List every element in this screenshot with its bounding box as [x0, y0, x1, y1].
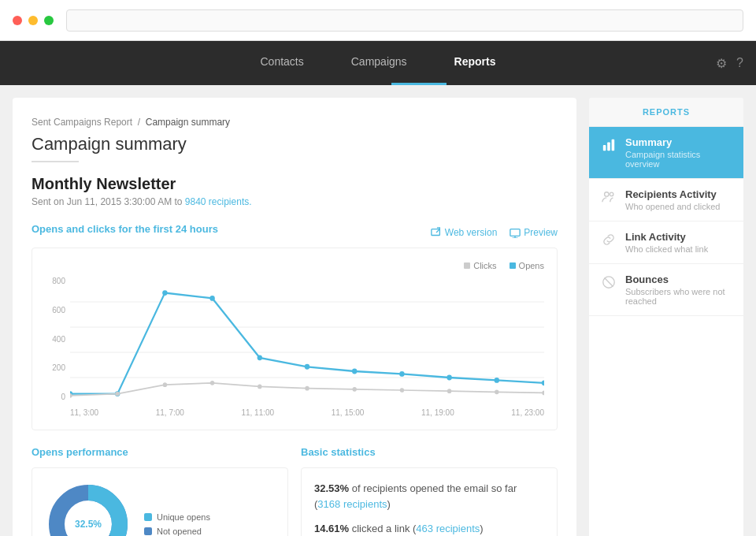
nav-contacts[interactable]: Contacts	[261, 55, 304, 71]
traffic-light-green[interactable]	[44, 16, 54, 25]
link-activity-item-desc: Who clicked what link	[625, 244, 731, 254]
basic-statistics-section: Basic statistics 32.53% of recipients op…	[301, 446, 558, 536]
svg-point-11	[162, 290, 167, 296]
sidebar-header: REPORTS	[589, 98, 743, 127]
svg-point-27	[400, 388, 404, 393]
x-label-3: 11, 11:00	[241, 408, 274, 417]
main-layout: Sent Campaigns Report / Campaign summary…	[0, 85, 756, 536]
breadcrumb: Sent Campaigns Report / Campaign summary	[32, 117, 558, 128]
chart-title: Opens and clicks for the first 24 hours	[32, 223, 218, 235]
summary-item-text: Summary Campaign statistics overview	[625, 136, 731, 169]
basic-statistics-title: Basic statistics	[301, 446, 558, 458]
svg-point-29	[495, 389, 498, 394]
svg-point-13	[258, 355, 262, 360]
stat-link-0[interactable]: 3168 recipients	[317, 498, 387, 510]
nav-campaigns[interactable]: Campaigns	[351, 55, 407, 71]
svg-point-18	[495, 378, 499, 383]
chart-header: Opens and clicks for the first 24 hours …	[32, 223, 558, 241]
svg-rect-35	[603, 145, 606, 151]
title-bar	[0, 0, 756, 41]
sidebar-item-recipients-activity[interactable]: Recipients Activity Who opened and click…	[589, 179, 743, 221]
svg-rect-36	[607, 142, 610, 151]
sidebar-item-link-activity[interactable]: Link Activity Who clicked what link	[589, 221, 743, 264]
breadcrumb-current: Campaign summary	[146, 117, 230, 128]
donut-chart-svg: 32.5%	[45, 481, 132, 536]
address-bar[interactable]	[66, 9, 743, 32]
stat-link-1[interactable]: 463 recipients	[416, 523, 480, 534]
nav-links: Contacts Campaigns Reports	[261, 55, 496, 71]
donut-legend: Unique opens Not opened	[144, 512, 210, 536]
svg-point-23	[210, 381, 214, 385]
nav-active-underline	[391, 83, 447, 85]
chart-svg	[70, 277, 544, 403]
bounces-item-text: Bounces Subscribers who were not reached	[625, 274, 731, 306]
recipients-item-desc: Who opened and clicked	[625, 202, 731, 211]
link-icon	[602, 233, 616, 251]
settings-icon[interactable]: ⚙	[716, 56, 727, 71]
traffic-light-red[interactable]	[13, 16, 22, 25]
sidebar: REPORTS Summary Campaign statistics over…	[589, 98, 743, 536]
sidebar-item-bounces[interactable]: Bounces Subscribers who were not reached	[589, 264, 743, 316]
svg-point-12	[209, 296, 214, 301]
svg-point-25	[305, 386, 309, 391]
y-label-0: 0	[45, 393, 65, 401]
people-icon	[602, 190, 616, 208]
content-area: Sent Campaigns Report / Campaign summary…	[13, 98, 576, 536]
stats-box: 32.53% of recipients opened the email so…	[301, 467, 558, 536]
nav-bar: Contacts Campaigns Reports ⚙ ?	[0, 41, 756, 85]
chart-legend: Clicks Opens	[45, 261, 544, 270]
help-icon[interactable]: ?	[736, 56, 743, 70]
y-label-400: 400	[45, 335, 65, 344]
legend-not-opened: Not opened	[144, 527, 210, 536]
campaign-name: Monthly Newsletter	[32, 175, 558, 193]
traffic-light-yellow[interactable]	[28, 16, 38, 25]
svg-text:32.5%: 32.5%	[75, 519, 102, 530]
campaign-meta: Sent on Jun 11, 2015 3:30:00 AM to 9840 …	[32, 196, 558, 207]
ban-icon	[602, 275, 616, 293]
svg-point-14	[305, 364, 309, 370]
svg-point-22	[163, 382, 167, 387]
legend-clicks: Clicks	[464, 261, 496, 270]
x-label-4: 11, 15:00	[332, 408, 365, 417]
nav-reports[interactable]: Reports	[454, 55, 496, 71]
legend-opens: Opens	[510, 261, 544, 270]
link-activity-item-title: Link Activity	[625, 231, 731, 243]
preview-link[interactable]: Preview	[510, 227, 558, 238]
web-version-link[interactable]: Web version	[431, 227, 497, 238]
recipients-item-title: Recipients Activity	[625, 188, 731, 200]
y-label-800: 800	[45, 277, 65, 285]
chart-actions: Web version Preview	[431, 227, 558, 238]
x-label-5: 11, 19:00	[421, 408, 454, 417]
recipients-link[interactable]: 9840 recipients.	[185, 196, 252, 207]
svg-point-26	[353, 387, 357, 392]
link-activity-item-text: Link Activity Who clicked what link	[625, 231, 731, 254]
x-label-2: 11, 7:00	[156, 408, 184, 417]
y-label-600: 600	[45, 306, 65, 315]
breadcrumb-parent[interactable]: Sent Campaigns Report	[32, 117, 132, 128]
svg-point-30	[542, 391, 544, 396]
bounces-item-title: Bounces	[625, 274, 731, 285]
svg-point-19	[542, 380, 544, 385]
opens-performance-section: Opens performance 32.5%	[32, 446, 288, 536]
chart-container: Clicks Opens 0 200 400 600 800	[32, 248, 558, 430]
y-label-200: 200	[45, 363, 65, 372]
donut-container: 32.5% Unique opens Not opened	[45, 481, 275, 536]
svg-point-16	[399, 371, 404, 377]
bottom-sections: Opens performance 32.5%	[32, 446, 558, 536]
svg-point-38	[605, 192, 609, 196]
stat-row-1: 14.61% clicked a link (463 recipients)	[314, 521, 544, 536]
nav-icons: ⚙ ?	[716, 56, 743, 71]
stat-row-0: 32.53% of recipients opened the email so…	[314, 481, 544, 512]
donut-chart-box: 32.5% Unique opens Not opened	[32, 467, 288, 536]
svg-point-15	[352, 369, 357, 374]
summary-item-desc: Campaign statistics overview	[625, 150, 731, 169]
x-label-6: 11, 23:00	[511, 408, 544, 417]
sidebar-item-summary[interactable]: Summary Campaign statistics overview	[589, 127, 743, 179]
svg-point-17	[447, 375, 451, 381]
svg-rect-37	[612, 140, 615, 151]
opens-performance-title: Opens performance	[32, 446, 288, 458]
bounces-item-desc: Subscribers who were not reached	[625, 287, 731, 306]
recipients-item-text: Recipients Activity Who opened and click…	[625, 188, 731, 211]
bar-chart-icon	[602, 138, 616, 156]
x-label-1: 11, 3:00	[70, 408, 98, 417]
